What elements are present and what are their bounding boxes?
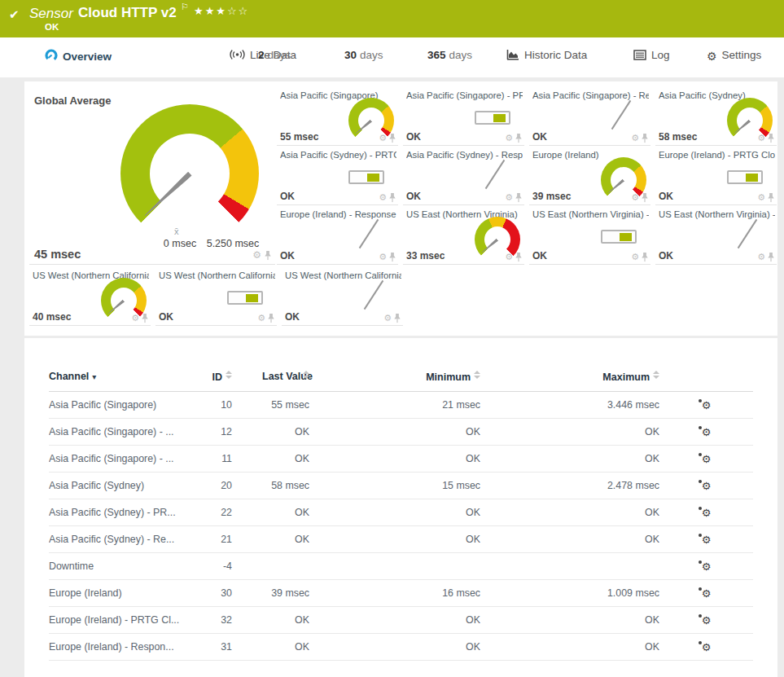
channel-cell[interactable]: US East (Northern Virginia) - ... OK ⚙: [529, 207, 650, 265]
pin-icon[interactable]: [388, 192, 396, 203]
pin-icon[interactable]: [515, 252, 523, 262]
table-row[interactable]: Asia Pacific (Singapore) - ...12OKOKOK⚙: [49, 419, 753, 446]
channel-settings-icon[interactable]: ⚙: [702, 426, 712, 438]
column-header-maximum[interactable]: Maximum: [480, 369, 659, 392]
mean-marker: x̄: [174, 226, 179, 236]
column-header-id[interactable]: ID: [187, 369, 232, 392]
pin-icon[interactable]: [393, 313, 401, 323]
pin-icon[interactable]: [767, 252, 775, 262]
column-header-channel[interactable]: Channel▾: [49, 369, 187, 392]
live-data-icon: [230, 49, 245, 60]
tab-365-days[interactable]: 365days: [427, 49, 472, 61]
channel-settings-icon[interactable]: ⚙: [702, 614, 712, 626]
channel-switch-indicator: [727, 170, 763, 184]
table-row[interactable]: Asia Pacific (Singapore)1055 msec21 msec…: [49, 392, 753, 419]
channel-settings-icon[interactable]: ⚙: [702, 453, 712, 465]
channel-needle: [359, 219, 379, 248]
table-row[interactable]: Asia Pacific (Sydney) - PR...22OKOKOK⚙: [49, 499, 753, 526]
table-header-row: Channel▾ ID Last Value Minimum Maximum: [49, 369, 753, 392]
pin-icon[interactable]: [388, 252, 396, 262]
gear-icon[interactable]: ⚙: [505, 133, 513, 143]
gear-icon[interactable]: ⚙: [252, 249, 261, 261]
global-average-title: Global Average: [34, 95, 111, 107]
gear-icon[interactable]: ⚙: [631, 252, 639, 262]
channel-settings-icon[interactable]: ⚙: [702, 561, 712, 573]
gear-icon[interactable]: ⚙: [379, 192, 387, 203]
sort-icon: [226, 371, 232, 379]
channel-cell[interactable]: US West (Northern California)... OK ⚙: [282, 268, 403, 326]
gear-icon[interactable]: ⚙: [631, 133, 639, 143]
channel-settings-icon[interactable]: ⚙: [702, 534, 712, 546]
priority-stars[interactable]: ★★★☆☆: [194, 5, 249, 17]
channel-settings-icon[interactable]: ⚙: [702, 587, 712, 600]
pin-icon[interactable]: [267, 313, 275, 323]
sensor-status-badge: OK: [45, 22, 59, 32]
table-row[interactable]: Asia Pacific (Sydney) - Re...21OKOKOK⚙: [49, 526, 753, 553]
channel-cell[interactable]: Asia Pacific (Sydney) - PRTG ... OK ⚙: [277, 147, 398, 205]
tab-log[interactable]: Log: [633, 49, 670, 61]
pin-icon[interactable]: [641, 252, 649, 262]
pin-icon[interactable]: [767, 192, 775, 203]
gear-icon[interactable]: ⚙: [757, 252, 765, 262]
gear-icon[interactable]: ⚙: [379, 133, 387, 143]
pin-icon[interactable]: [515, 192, 523, 203]
pin-icon[interactable]: [641, 133, 649, 143]
table-row[interactable]: Asia Pacific (Sydney)2058 msec15 msec2.4…: [49, 473, 753, 499]
channel-cell[interactable]: Asia Pacific (Singapore) - Res... OK ⚙: [529, 88, 650, 146]
log-icon: [633, 50, 646, 60]
channel-cell[interactable]: US East (Northern Virginia) - ... OK ⚙: [655, 207, 777, 265]
gear-icon[interactable]: ⚙: [383, 313, 392, 323]
column-header-last-value[interactable]: Last Value: [232, 369, 309, 392]
channel-switch-indicator: [601, 230, 637, 244]
tab-settings-label: Settings: [722, 49, 762, 61]
column-header-minimum[interactable]: Minimum: [309, 369, 480, 392]
tab-historic-data[interactable]: Historic Data: [506, 49, 587, 61]
tab-30-days[interactable]: 30days: [344, 49, 383, 61]
channel-switch-indicator: [348, 170, 384, 184]
channel-cell[interactable]: US West (Northern California)... OK ⚙: [155, 268, 277, 326]
pin-icon[interactable]: [388, 133, 396, 143]
tab-settings[interactable]: ⚙Settings: [707, 49, 761, 63]
pin-icon[interactable]: [515, 133, 523, 143]
channel-cell[interactable]: Europe (Ireland) - Response C... OK ⚙: [277, 207, 398, 265]
gear-icon[interactable]: ⚙: [757, 192, 765, 203]
table-row[interactable]: Europe (Ireland)3039 msec16 msec1.009 ms…: [49, 580, 753, 607]
tab-overview[interactable]: Overview: [45, 49, 112, 63]
tab-2-days[interactable]: 2days: [258, 49, 291, 61]
channel-settings-icon[interactable]: ⚙: [702, 480, 712, 492]
channel-table: Channel▾ ID Last Value Minimum Maximum A…: [49, 369, 753, 661]
channel-cell[interactable]: US East (Northern Virginia) 33 msec ⚙: [403, 207, 524, 265]
gear-icon[interactable]: ⚙: [257, 313, 265, 323]
channel-settings-icon[interactable]: ⚙: [702, 507, 712, 519]
table-row[interactable]: Asia Pacific (Singapore) - ...11OKOKOK⚙: [49, 446, 753, 473]
channel-cell[interactable]: Europe (Ireland) - PRTG Cloud... OK ⚙: [655, 147, 777, 205]
table-row[interactable]: Europe (Ireland) - Respon...31OKOKOK⚙: [49, 634, 753, 661]
channel-cell[interactable]: Asia Pacific (Singapore) - PR... OK ⚙: [403, 88, 524, 146]
channel-settings-icon[interactable]: ⚙: [702, 641, 712, 653]
pin-icon[interactable]: [264, 250, 272, 261]
channel-settings-icon[interactable]: ⚙: [702, 399, 712, 411]
pin-icon[interactable]: [641, 192, 649, 203]
channel-cell[interactable]: Asia Pacific (Sydney) 58 msec ⚙: [655, 88, 777, 146]
channel-cell[interactable]: Asia Pacific (Sydney) - Respo... OK ⚙: [403, 147, 524, 205]
global-average-cell[interactable]: Global Average x̄ 0 msec 5.250 msec 45 m…: [29, 88, 275, 265]
table-row[interactable]: Downtime-4⚙: [49, 553, 753, 580]
gear-icon[interactable]: ⚙: [379, 252, 387, 262]
channel-needle: [738, 219, 758, 248]
channel-switch-indicator: [227, 291, 263, 305]
pin-icon[interactable]: [767, 133, 775, 143]
gear-icon[interactable]: ⚙: [131, 313, 139, 323]
gauge-icon: [45, 49, 58, 62]
channel-cell[interactable]: US West (Northern California) 40 msec ⚙: [29, 268, 151, 326]
gear-icon[interactable]: ⚙: [505, 192, 513, 203]
gear-icon[interactable]: ⚙: [505, 252, 513, 262]
gear-icon[interactable]: ⚙: [631, 192, 639, 203]
gear-icon: ⚙: [707, 50, 717, 63]
channel-cell[interactable]: Europe (Ireland) 39 msec ⚙: [529, 147, 650, 205]
table-row[interactable]: Europe (Ireland) - PRTG Cl...32OKOKOK⚙: [49, 607, 753, 634]
pin-icon[interactable]: [141, 313, 149, 323]
gear-icon[interactable]: ⚙: [757, 133, 765, 143]
channel-cell[interactable]: Asia Pacific (Singapore) 55 msec ⚙: [277, 88, 398, 146]
global-average-gauge: [120, 104, 259, 243]
sensor-header: ✔ Sensor Cloud HTTP v2 ⚐ ★★★☆☆ OK: [0, 0, 784, 37]
